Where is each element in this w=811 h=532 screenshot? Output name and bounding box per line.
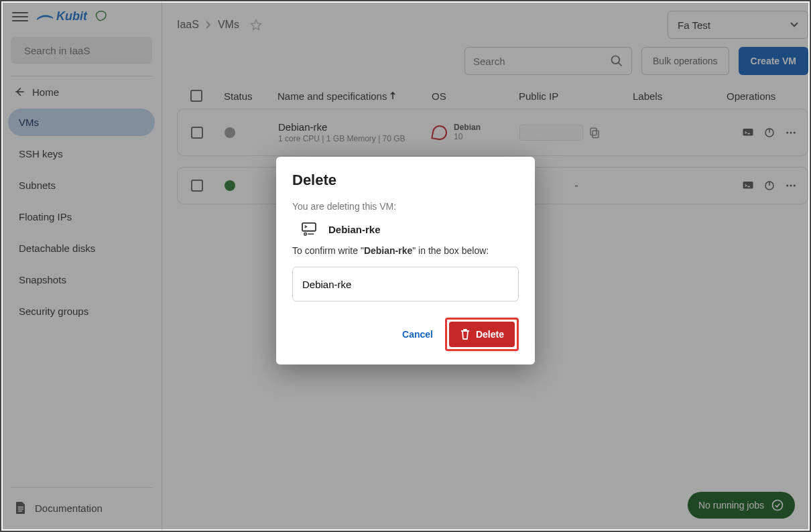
modal-entity-name: Debian-rke (328, 224, 381, 235)
delete-button[interactable]: Delete (449, 322, 515, 347)
svg-rect-22 (302, 223, 316, 231)
modal-confirm-text: To confirm write "Debian-rke" in the box… (292, 245, 519, 256)
cancel-button[interactable]: Cancel (395, 324, 440, 345)
modal-overlay[interactable]: Delete You are deleting this VM: Debian-… (3, 3, 808, 529)
confirm-input[interactable] (292, 267, 519, 302)
delete-button-highlight: Delete (445, 318, 519, 351)
svg-point-23 (304, 232, 307, 235)
vm-icon (302, 222, 316, 236)
delete-label: Delete (476, 329, 504, 340)
modal-subtitle: You are deleting this VM: (292, 201, 519, 212)
delete-modal: Delete You are deleting this VM: Debian-… (276, 157, 535, 364)
trash-icon (460, 328, 471, 340)
modal-title: Delete (292, 172, 519, 189)
